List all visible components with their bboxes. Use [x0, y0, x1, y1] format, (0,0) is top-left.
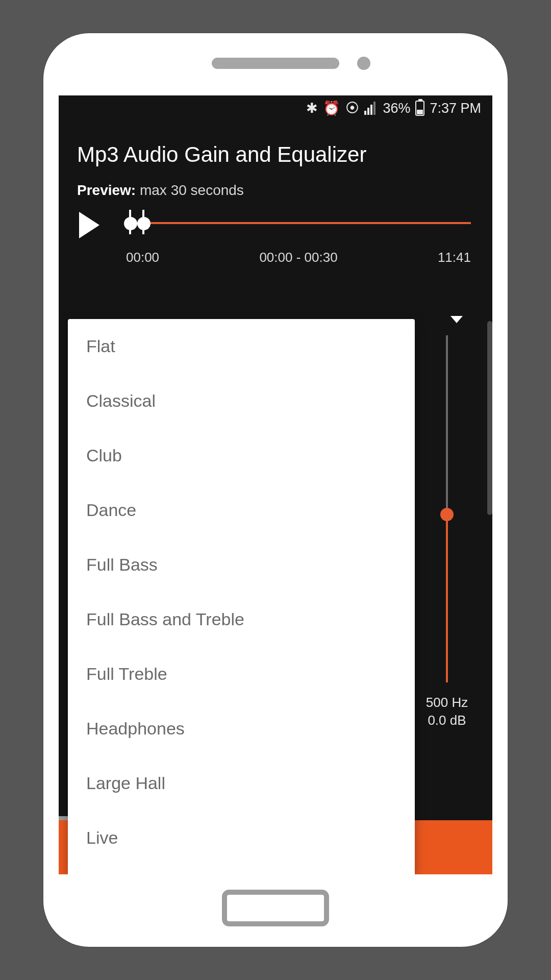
clock: 7:37 PM: [430, 101, 481, 116]
battery-percent: 36%: [383, 101, 410, 116]
preview-row: Preview: max 30 seconds: [59, 182, 492, 199]
bluetooth-icon: ✱: [306, 100, 318, 116]
time-start: 00:00: [126, 250, 159, 265]
status-bar: ✱ ⏰ ⦿ 36% 7:37 PM: [59, 95, 492, 121]
preset-item-full-treble[interactable]: Full Treble: [68, 647, 415, 701]
phone-earpiece: [212, 58, 339, 69]
home-button[interactable]: [222, 890, 329, 926]
wifi-icon: ⦿: [345, 101, 359, 116]
preview-label: Preview:: [77, 182, 136, 198]
preview-value: max 30 seconds: [140, 182, 244, 198]
scroll-indicator: [487, 321, 492, 515]
preset-item-classical[interactable]: Classical: [68, 374, 415, 428]
eq-freq-label: 500 Hz: [424, 694, 470, 712]
range-end-handle[interactable]: [137, 217, 151, 230]
range-start-handle[interactable]: [124, 217, 137, 230]
screen: ✱ ⏰ ⦿ 36% 7:37 PM Mp3 Audio Gain and Equ…: [59, 95, 492, 874]
time-total: 11:41: [438, 250, 471, 265]
preset-item-large-hall[interactable]: Large Hall: [68, 756, 415, 811]
eq-band: 500 Hz 0.0 dB: [424, 335, 470, 729]
play-button[interactable]: [79, 212, 99, 238]
phone-sensor: [357, 57, 370, 70]
preset-item-live[interactable]: Live: [68, 811, 415, 865]
alarm-icon: ⏰: [323, 100, 340, 116]
preset-dropdown: Flat Classical Club Dance Full Bass Full…: [68, 319, 415, 874]
eq-slider-track[interactable]: [446, 335, 448, 682]
preset-item-headphones[interactable]: Headphones: [68, 701, 415, 756]
page-title: Mp3 Audio Gain and Equalizer: [59, 121, 492, 182]
eq-gain-label: 0.0 dB: [424, 712, 470, 729]
preset-item-flat[interactable]: Flat: [68, 319, 415, 374]
signal-icon: [364, 102, 375, 115]
battery-icon: [415, 101, 424, 116]
preset-item-full-bass-treble[interactable]: Full Bass and Treble: [68, 592, 415, 647]
preset-item-dance[interactable]: Dance: [68, 483, 415, 537]
seek-track[interactable]: [125, 222, 471, 224]
app-body: Mp3 Audio Gain and Equalizer Preview: ma…: [59, 121, 492, 874]
preset-item-full-bass[interactable]: Full Bass: [68, 537, 415, 592]
phone-frame: ✱ ⏰ ⦿ 36% 7:37 PM Mp3 Audio Gain and Equ…: [43, 33, 508, 947]
eq-slider-thumb[interactable]: [440, 508, 454, 521]
player: 00:00 00:00 - 00:30 11:41: [59, 199, 492, 271]
time-range: 00:00 - 00:30: [259, 250, 337, 265]
chevron-down-icon[interactable]: [450, 316, 463, 323]
preset-item-club[interactable]: Club: [68, 428, 415, 483]
eq-slider-fill: [446, 509, 448, 682]
